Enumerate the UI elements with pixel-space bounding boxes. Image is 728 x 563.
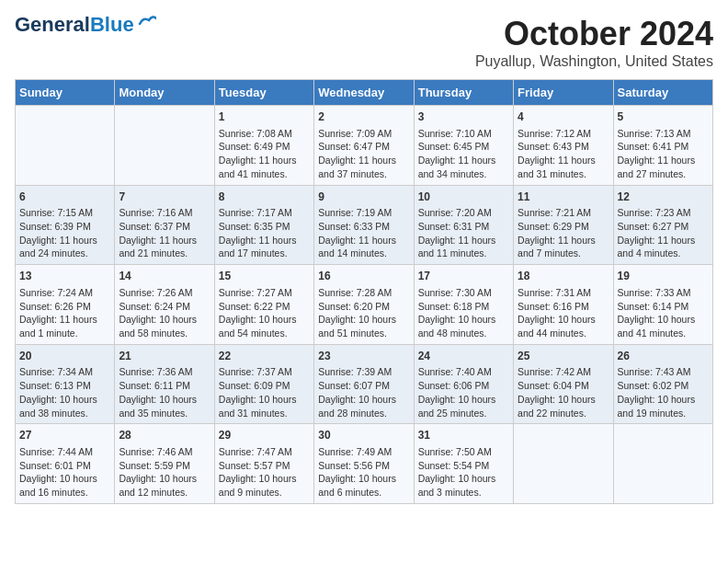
calendar-cell: 4Sunrise: 7:12 AMSunset: 6:43 PMDaylight… <box>514 106 613 186</box>
calendar-cell: 10Sunrise: 7:20 AMSunset: 6:31 PMDayligh… <box>414 185 513 265</box>
sunset-text: Sunset: 6:31 PM <box>418 220 509 234</box>
logo-text: GeneralBlue <box>15 15 134 35</box>
calendar-cell: 30Sunrise: 7:49 AMSunset: 5:56 PMDayligh… <box>314 424 414 504</box>
calendar-week-row: 6Sunrise: 7:15 AMSunset: 6:39 PMDaylight… <box>16 185 713 265</box>
calendar-cell: 25Sunrise: 7:42 AMSunset: 6:04 PMDayligh… <box>514 344 613 424</box>
sunset-text: Sunset: 6:07 PM <box>318 379 409 393</box>
calendar-cell: 7Sunrise: 7:16 AMSunset: 6:37 PMDaylight… <box>115 185 214 265</box>
daylight-text: Daylight: 11 hours and 7 minutes. <box>518 234 609 260</box>
sunrise-text: Sunrise: 7:49 AM <box>318 445 409 459</box>
day-number: 23 <box>318 349 409 364</box>
sunrise-text: Sunrise: 7:39 AM <box>318 365 409 379</box>
sunset-text: Sunset: 5:57 PM <box>219 459 310 473</box>
calendar-cell: 11Sunrise: 7:21 AMSunset: 6:29 PMDayligh… <box>514 185 613 265</box>
page-subtitle: Puyallup, Washington, United States <box>475 53 713 70</box>
daylight-text: Daylight: 11 hours and 27 minutes. <box>618 154 709 180</box>
sunset-text: Sunset: 6:18 PM <box>418 300 509 314</box>
sunset-text: Sunset: 6:13 PM <box>19 379 110 393</box>
sunset-text: Sunset: 6:24 PM <box>119 300 210 314</box>
daylight-text: Daylight: 10 hours and 31 minutes. <box>219 393 310 419</box>
sunrise-text: Sunrise: 7:44 AM <box>19 445 110 459</box>
header-cell-tuesday: Tuesday <box>214 80 313 106</box>
daylight-text: Daylight: 10 hours and 19 minutes. <box>618 393 709 419</box>
daylight-text: Daylight: 10 hours and 54 minutes. <box>219 313 310 339</box>
calendar-cell: 5Sunrise: 7:13 AMSunset: 6:41 PMDaylight… <box>613 106 712 186</box>
daylight-text: Daylight: 10 hours and 3 minutes. <box>418 472 509 499</box>
sunrise-text: Sunrise: 7:43 AM <box>618 365 709 379</box>
sunrise-text: Sunrise: 7:24 AM <box>19 286 110 300</box>
sunset-text: Sunset: 6:33 PM <box>318 220 409 234</box>
daylight-text: Daylight: 11 hours and 11 minutes. <box>418 234 509 260</box>
calendar-cell: 18Sunrise: 7:31 AMSunset: 6:16 PMDayligh… <box>514 265 613 345</box>
daylight-text: Daylight: 10 hours and 28 minutes. <box>318 393 409 419</box>
daylight-text: Daylight: 11 hours and 34 minutes. <box>418 154 509 180</box>
daylight-text: Daylight: 11 hours and 14 minutes. <box>318 234 409 260</box>
sunrise-text: Sunrise: 7:13 AM <box>618 127 709 141</box>
sunset-text: Sunset: 6:14 PM <box>618 300 709 314</box>
calendar-cell: 19Sunrise: 7:33 AMSunset: 6:14 PMDayligh… <box>613 265 712 345</box>
sunset-text: Sunset: 6:47 PM <box>318 140 409 154</box>
logo-bird-icon <box>136 11 156 31</box>
day-number: 14 <box>119 269 210 284</box>
day-number: 30 <box>318 428 409 443</box>
sunset-text: Sunset: 6:26 PM <box>19 300 110 314</box>
daylight-text: Daylight: 11 hours and 31 minutes. <box>518 154 609 180</box>
sunset-text: Sunset: 6:02 PM <box>618 379 709 393</box>
sunset-text: Sunset: 6:49 PM <box>219 140 310 154</box>
calendar-header-row: SundayMondayTuesdayWednesdayThursdayFrid… <box>16 80 713 106</box>
day-number: 11 <box>518 190 609 205</box>
day-number: 17 <box>418 269 509 284</box>
day-number: 1 <box>219 109 310 125</box>
day-number: 15 <box>219 269 310 284</box>
sunrise-text: Sunrise: 7:46 AM <box>119 445 210 459</box>
sunrise-text: Sunrise: 7:27 AM <box>219 286 310 300</box>
sunrise-text: Sunrise: 7:19 AM <box>318 206 409 220</box>
sunset-text: Sunset: 5:54 PM <box>418 459 509 473</box>
calendar-cell: 16Sunrise: 7:28 AMSunset: 6:20 PMDayligh… <box>314 265 414 345</box>
sunrise-text: Sunrise: 7:31 AM <box>518 286 609 300</box>
calendar-table: SundayMondayTuesdayWednesdayThursdayFrid… <box>15 79 713 504</box>
calendar-cell: 27Sunrise: 7:44 AMSunset: 6:01 PMDayligh… <box>16 424 115 504</box>
calendar-cell: 31Sunrise: 7:50 AMSunset: 5:54 PMDayligh… <box>414 424 513 504</box>
sunrise-text: Sunrise: 7:21 AM <box>518 206 609 220</box>
header-cell-friday: Friday <box>514 80 613 106</box>
header-cell-monday: Monday <box>115 80 214 106</box>
sunrise-text: Sunrise: 7:17 AM <box>219 206 310 220</box>
daylight-text: Daylight: 10 hours and 48 minutes. <box>418 313 509 339</box>
day-number: 31 <box>418 428 509 443</box>
calendar-cell <box>514 424 613 504</box>
sunrise-text: Sunrise: 7:08 AM <box>219 127 310 141</box>
day-number: 13 <box>19 269 110 284</box>
daylight-text: Daylight: 11 hours and 24 minutes. <box>19 234 110 260</box>
calendar-cell: 12Sunrise: 7:23 AMSunset: 6:27 PMDayligh… <box>613 185 712 265</box>
calendar-cell: 22Sunrise: 7:37 AMSunset: 6:09 PMDayligh… <box>214 344 313 424</box>
logo: GeneralBlue <box>15 15 156 35</box>
day-number: 7 <box>119 190 210 205</box>
daylight-text: Daylight: 10 hours and 6 minutes. <box>318 472 409 499</box>
calendar-cell: 3Sunrise: 7:10 AMSunset: 6:45 PMDaylight… <box>414 106 513 186</box>
calendar-cell: 26Sunrise: 7:43 AMSunset: 6:02 PMDayligh… <box>613 344 712 424</box>
day-number: 25 <box>518 349 609 364</box>
day-number: 9 <box>318 190 409 205</box>
sunrise-text: Sunrise: 7:12 AM <box>518 127 609 141</box>
day-number: 27 <box>19 428 110 443</box>
day-number: 24 <box>418 349 509 364</box>
daylight-text: Daylight: 10 hours and 41 minutes. <box>618 313 709 339</box>
sunrise-text: Sunrise: 7:30 AM <box>418 286 509 300</box>
daylight-text: Daylight: 10 hours and 12 minutes. <box>119 472 210 499</box>
sunset-text: Sunset: 6:41 PM <box>618 140 709 154</box>
sunrise-text: Sunrise: 7:10 AM <box>418 127 509 141</box>
sunset-text: Sunset: 6:16 PM <box>518 300 609 314</box>
day-number: 8 <box>219 190 310 205</box>
page-title: October 2024 <box>475 15 713 53</box>
sunset-text: Sunset: 6:22 PM <box>219 300 310 314</box>
sunset-text: Sunset: 6:06 PM <box>418 379 509 393</box>
sunset-text: Sunset: 6:35 PM <box>219 220 310 234</box>
calendar-cell: 2Sunrise: 7:09 AMSunset: 6:47 PMDaylight… <box>314 106 414 186</box>
daylight-text: Daylight: 10 hours and 44 minutes. <box>518 313 609 339</box>
sunset-text: Sunset: 6:09 PM <box>219 379 310 393</box>
day-number: 16 <box>318 269 409 284</box>
daylight-text: Daylight: 10 hours and 58 minutes. <box>119 313 210 339</box>
day-number: 5 <box>618 109 709 125</box>
calendar-week-row: 20Sunrise: 7:34 AMSunset: 6:13 PMDayligh… <box>16 344 713 424</box>
